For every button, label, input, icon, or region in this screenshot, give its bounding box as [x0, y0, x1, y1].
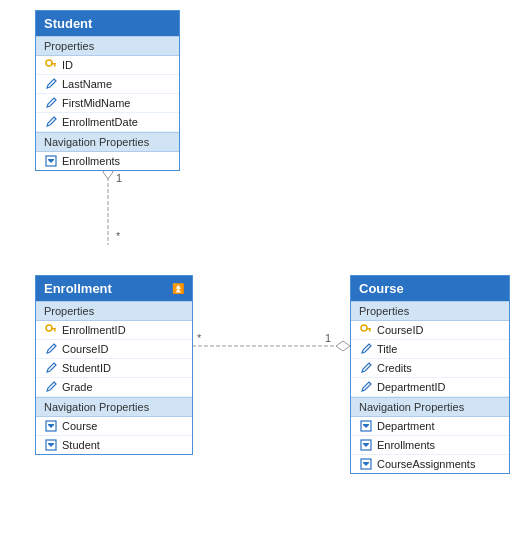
svg-marker-20 — [363, 424, 369, 428]
course-id-row: CourseID — [351, 321, 509, 340]
svg-rect-5 — [51, 63, 56, 65]
svg-rect-6 — [54, 65, 56, 67]
collapse-icon[interactable]: ⏫ — [172, 283, 184, 294]
fk-icon-c2 — [359, 361, 373, 375]
nav-icon — [44, 154, 58, 168]
svg-marker-13 — [48, 424, 54, 428]
mult-enrollment-right: * — [197, 332, 202, 344]
enrollment-course-nav-row: Course — [36, 417, 192, 436]
nav-icon-c3 — [359, 457, 373, 471]
fk-icon-e3 — [44, 380, 58, 394]
course-title: Course — [359, 281, 404, 296]
enrollment-courseid-row: CourseID — [36, 340, 192, 359]
diagram-canvas: 1 * * 1 Student Properties ID LastNam — [0, 0, 524, 535]
svg-marker-24 — [363, 462, 369, 466]
student-enrolldate-row: EnrollmentDate — [36, 113, 179, 132]
student-nav-header: Navigation Properties — [36, 132, 179, 152]
svg-rect-10 — [51, 328, 56, 330]
enrollment-studentid-row: StudentID — [36, 359, 192, 378]
course-title-row: Title — [351, 340, 509, 359]
student-enrollments-row: Enrollments — [36, 152, 179, 170]
svg-marker-3 — [336, 341, 350, 351]
course-assignments-nav-row: CourseAssignments — [351, 455, 509, 473]
course-deptid-row: DepartmentID — [351, 378, 509, 397]
course-nav-header: Navigation Properties — [351, 397, 509, 417]
student-properties-header: Properties — [36, 36, 179, 56]
pk-icon-c — [359, 323, 373, 337]
enrollment-header: Enrollment ⏫ — [36, 276, 192, 301]
student-title: Student — [44, 16, 92, 31]
mult-student-bottom: 1 — [116, 172, 122, 184]
enrollment-id-row: EnrollmentID — [36, 321, 192, 340]
nav-icon-e2 — [44, 438, 58, 452]
entity-enrollment: Enrollment ⏫ Properties EnrollmentID Cou… — [35, 275, 193, 455]
enrollment-student-nav-row: Student — [36, 436, 192, 454]
fk-icon-c1 — [359, 342, 373, 356]
svg-rect-17 — [366, 328, 371, 330]
course-properties-header: Properties — [351, 301, 509, 321]
mult-course-left: 1 — [325, 332, 331, 344]
nav-icon-e1 — [44, 419, 58, 433]
fk-icon — [44, 77, 58, 91]
course-header: Course — [351, 276, 509, 301]
enrollment-title: Enrollment — [44, 281, 112, 296]
fk-icon-e1 — [44, 342, 58, 356]
svg-marker-15 — [48, 443, 54, 447]
pk-icon-e — [44, 323, 58, 337]
fk-icon2 — [44, 96, 58, 110]
nav-icon-c2 — [359, 438, 373, 452]
course-enrollments-nav-row: Enrollments — [351, 436, 509, 455]
nav-icon-c1 — [359, 419, 373, 433]
entity-student: Student Properties ID LastName FirstMidN… — [35, 10, 180, 171]
pk-icon — [44, 58, 58, 72]
svg-rect-11 — [54, 330, 56, 332]
course-dept-nav-row: Department — [351, 417, 509, 436]
fk-icon-c3 — [359, 380, 373, 394]
fk-icon3 — [44, 115, 58, 129]
student-lastname-row: LastName — [36, 75, 179, 94]
enrollment-grade-row: Grade — [36, 378, 192, 397]
svg-marker-22 — [363, 443, 369, 447]
fk-icon-e2 — [44, 361, 58, 375]
enrollment-properties-header: Properties — [36, 301, 192, 321]
svg-marker-8 — [48, 159, 54, 163]
svg-rect-18 — [369, 330, 371, 332]
mult-enrollment-top: * — [116, 230, 121, 242]
enrollment-nav-header: Navigation Properties — [36, 397, 192, 417]
student-firstname-row: FirstMidName — [36, 94, 179, 113]
student-header: Student — [36, 11, 179, 36]
entity-course: Course Properties CourseID Title Credits — [350, 275, 510, 474]
student-id-row: ID — [36, 56, 179, 75]
course-credits-row: Credits — [351, 359, 509, 378]
